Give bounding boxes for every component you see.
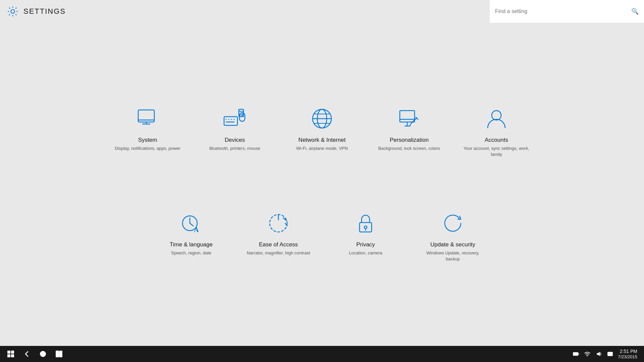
setting-privacy[interactable]: Privacy Location, camera	[329, 204, 402, 269]
system-icon	[136, 107, 160, 131]
accounts-name: Accounts	[485, 137, 508, 143]
svg-rect-44	[56, 351, 59, 357]
svg-rect-40	[7, 354, 10, 357]
devices-desc: Bluetooth, printers, mouse	[209, 145, 260, 152]
ease-desc: Narrator, magnifier, high contrast	[247, 250, 310, 256]
search-input[interactable]	[495, 8, 629, 14]
svg-rect-45	[59, 351, 62, 357]
svg-point-28	[492, 111, 501, 120]
svg-point-43	[42, 353, 44, 355]
privacy-icon	[354, 211, 378, 235]
main-content: System Display, notifications, apps, pow…	[0, 23, 644, 346]
svg-point-0	[11, 10, 15, 13]
system-desc: Display, notifications, apps, power	[115, 145, 180, 152]
ease-icon	[266, 211, 290, 235]
taskbar-clock[interactable]: 2:51 PM 7/23/2015	[618, 349, 637, 359]
time-icon: A	[179, 211, 203, 235]
time-name: Time & language	[170, 241, 213, 248]
search-button[interactable]: 🔍	[631, 8, 639, 15]
system-name: System	[138, 137, 157, 143]
accounts-icon	[484, 107, 508, 131]
setting-time[interactable]: A Time & language Speech, region, date	[154, 204, 228, 269]
svg-rect-5	[224, 117, 237, 125]
start-button[interactable]	[3, 346, 19, 362]
settings-row1: System Display, notifications, apps, pow…	[111, 100, 533, 184]
setting-devices[interactable]: Devices Bluetooth, printers, mouse	[198, 100, 272, 164]
setting-update[interactable]: Update & security Windows Update, recove…	[416, 204, 490, 269]
personalization-name: Personalization	[390, 137, 429, 143]
ease-name: Ease of Access	[259, 241, 298, 248]
svg-text:A: A	[194, 226, 199, 233]
update-name: Update & security	[430, 241, 475, 248]
network-desc: Wi-Fi, airplane mode, VPN	[296, 145, 348, 152]
devices-icon	[223, 107, 247, 131]
svg-marker-50	[597, 352, 600, 356]
update-desc: Windows Update, recovery, backup	[419, 250, 486, 262]
volume-icon[interactable]	[595, 350, 602, 358]
task-view-button[interactable]	[51, 346, 67, 362]
privacy-name: Privacy	[356, 241, 375, 248]
personalization-desc: Background, lock screen, colors	[378, 145, 440, 152]
svg-point-49	[587, 356, 588, 356]
header: SETTINGS 🔍	[0, 0, 644, 23]
devices-name: Devices	[225, 137, 245, 143]
svg-line-27	[410, 124, 411, 126]
svg-line-31	[190, 223, 193, 226]
update-icon	[441, 211, 465, 235]
svg-rect-41	[11, 354, 14, 357]
setting-network[interactable]: Network & Internet Wi-Fi, airplane mode,…	[285, 100, 359, 164]
setting-personalization[interactable]: Personalization Background, lock screen,…	[372, 100, 446, 164]
taskbar-date: 7/23/2015	[618, 354, 637, 360]
page-title: SETTINGS	[23, 7, 66, 16]
taskbar: 2:51 PM 7/23/2015	[0, 346, 644, 362]
settings-gear-icon	[7, 5, 19, 17]
taskbar-time: 2:51 PM	[618, 349, 637, 354]
svg-rect-48	[574, 353, 577, 355]
personalization-icon	[397, 107, 421, 131]
taskbar-right: 2:51 PM 7/23/2015	[572, 349, 641, 359]
setting-accounts[interactable]: Accounts Your account, sync settings, wo…	[460, 100, 533, 164]
settings-row2: A Time & language Speech, region, date E…	[154, 204, 490, 269]
back-button[interactable]	[19, 346, 35, 362]
svg-rect-21	[400, 111, 415, 122]
setting-ease[interactable]: Ease of Access Narrator, magnifier, high…	[241, 204, 315, 269]
svg-line-25	[411, 118, 417, 123]
network-name: Network & Internet	[299, 137, 346, 143]
svg-rect-47	[578, 353, 579, 355]
wifi-icon[interactable]	[584, 350, 591, 358]
setting-system[interactable]: System Display, notifications, apps, pow…	[111, 100, 184, 164]
privacy-desc: Location, camera	[349, 250, 382, 256]
svg-point-36	[364, 226, 367, 229]
svg-rect-38	[7, 351, 10, 354]
cortana-button[interactable]	[35, 346, 51, 362]
search-box: 🔍	[490, 0, 644, 23]
svg-rect-39	[11, 351, 14, 354]
accounts-desc: Your account, sync settings, work, famil…	[463, 145, 530, 158]
time-desc: Speech, region, date	[171, 250, 211, 256]
battery-icon[interactable]	[572, 350, 580, 358]
notifications-icon[interactable]	[606, 350, 614, 358]
network-icon	[310, 107, 334, 131]
